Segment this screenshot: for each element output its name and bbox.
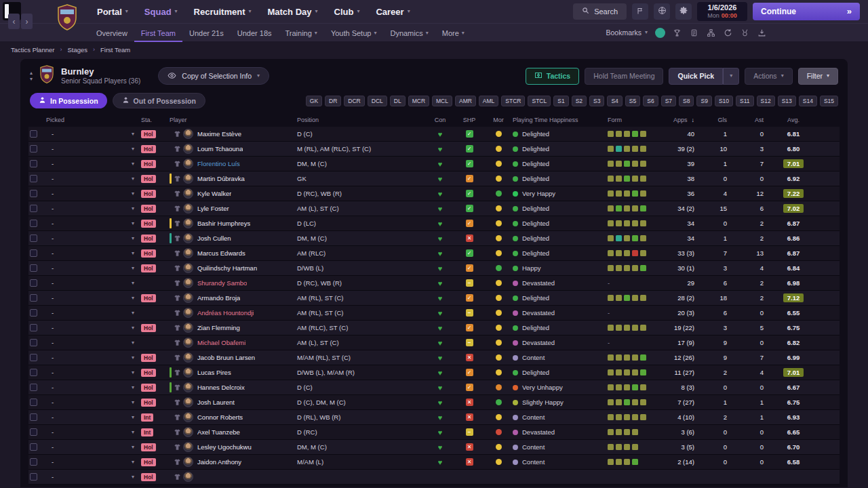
position-chip-s12[interactable]: S12 bbox=[757, 96, 775, 106]
tactics-button[interactable]: Tactics bbox=[526, 68, 579, 85]
row-checkbox[interactable] bbox=[30, 369, 37, 376]
row-checkbox[interactable] bbox=[30, 458, 37, 466]
table-row[interactable]: -▾ Shurandy Sambo D (RC), WB (R) ♥ − Dev… bbox=[28, 276, 840, 291]
row-checkbox[interactable] bbox=[30, 443, 37, 451]
table-row[interactable]: -▾ Andréas Hountondji AM (RL), ST (C) ♥ … bbox=[28, 306, 840, 321]
nav-recruitment[interactable]: Recruitment ▾ bbox=[186, 3, 259, 21]
picked-dropdown[interactable]: -▾ bbox=[46, 175, 141, 182]
picked-dropdown[interactable]: -▾ bbox=[46, 235, 141, 242]
player-name[interactable]: Maxime Estève bbox=[197, 130, 241, 138]
table-row[interactable]: -▾ Hol Lucas Pires D/WB (L), M/AM (R) ♥ … bbox=[28, 365, 840, 380]
picked-dropdown[interactable]: -▾ bbox=[46, 279, 141, 287]
picked-dropdown[interactable]: -▾ bbox=[46, 324, 141, 331]
player-name[interactable]: Zian Flemming bbox=[197, 324, 240, 331]
row-checkbox[interactable] bbox=[30, 160, 37, 167]
nav-match-day[interactable]: Match Day ▾ bbox=[260, 3, 325, 21]
column-header-position[interactable]: Position bbox=[297, 117, 426, 123]
player-name[interactable]: Jaidon Anthony bbox=[197, 458, 241, 466]
picked-dropdown[interactable]: -▾ bbox=[46, 220, 141, 227]
position-chip-s15[interactable]: S15 bbox=[820, 96, 838, 106]
position-chip-s7[interactable]: S7 bbox=[661, 96, 676, 106]
position-chip-stcl[interactable]: STCL bbox=[528, 96, 551, 106]
row-checkbox[interactable] bbox=[30, 279, 37, 287]
table-row[interactable]: -▾ Hol Hannes Delcroix D (C) ♥ ✓ Very Un… bbox=[28, 380, 840, 395]
player-name[interactable]: Jacob Bruun Larsen bbox=[197, 354, 255, 361]
position-chip-s4[interactable]: S4 bbox=[607, 96, 622, 106]
picked-dropdown[interactable]: -▾ bbox=[46, 294, 141, 302]
column-header-ast[interactable]: Ast bbox=[734, 117, 770, 123]
tab-overview[interactable]: Overview bbox=[90, 24, 134, 42]
tab-under-21s[interactable]: Under 21s bbox=[182, 24, 231, 42]
tab-more[interactable]: More▾ bbox=[435, 24, 471, 42]
column-header-apps[interactable]: Apps↓ bbox=[670, 117, 701, 123]
picked-dropdown[interactable]: -▾ bbox=[46, 369, 141, 376]
forward-button[interactable]: › bbox=[21, 14, 33, 29]
nav-portal[interactable]: Portal ▾ bbox=[90, 3, 136, 21]
squad-prev-icon[interactable]: ▴ bbox=[30, 70, 33, 76]
player-name[interactable]: Hannes Delcroix bbox=[197, 384, 245, 391]
player-name[interactable]: Michael Obafemi bbox=[197, 339, 245, 346]
position-chip-s2[interactable]: S2 bbox=[572, 96, 587, 106]
column-header-playing-time-happiness[interactable]: Playing Time Happiness bbox=[513, 117, 608, 123]
column-header-con[interactable]: Con bbox=[426, 117, 454, 123]
player-name[interactable]: Marcus Edwards bbox=[197, 249, 245, 257]
filter-button[interactable]: Filter ▾ bbox=[798, 68, 838, 85]
player-name[interactable]: Lyle Foster bbox=[197, 205, 229, 212]
column-header-player[interactable]: Player bbox=[170, 117, 297, 123]
trophy-icon[interactable] bbox=[671, 26, 683, 39]
quick-pick-dropdown[interactable]: ▾ bbox=[723, 68, 739, 85]
flag-button[interactable] bbox=[632, 3, 648, 20]
table-row[interactable]: -▾ Hol Bashir Humphreys D (LC) ♥ ✓ Delig… bbox=[28, 216, 840, 231]
column-header-avg[interactable]: Avg. bbox=[770, 117, 840, 123]
table-row[interactable]: -▾ Hol Marcus Edwards AM (RLC) ♥ ✓ Delig… bbox=[28, 246, 840, 261]
position-chip-dr[interactable]: DR bbox=[325, 96, 341, 106]
position-chip-s8[interactable]: S8 bbox=[679, 96, 694, 106]
position-chip-s5[interactable]: S5 bbox=[625, 96, 640, 106]
nav-career[interactable]: Career ▾ bbox=[368, 3, 417, 21]
picked-dropdown[interactable]: -▾ bbox=[46, 145, 141, 152]
hierarchy-icon[interactable] bbox=[705, 26, 717, 39]
position-chip-s9[interactable]: S9 bbox=[696, 96, 711, 106]
player-name[interactable]: Florentino Luís bbox=[197, 160, 240, 167]
player-name[interactable]: Kyle Walker bbox=[197, 190, 231, 197]
hold-team-meeting-button[interactable]: Hold Team Meeting bbox=[585, 68, 663, 85]
position-chip-stcr[interactable]: STCR bbox=[501, 96, 525, 106]
row-checkbox[interactable] bbox=[30, 190, 37, 197]
table-row[interactable]: -▾ Hol Jacob Bruun Larsen M/AM (RL), ST … bbox=[28, 350, 840, 365]
continue-button[interactable]: Continue » bbox=[753, 3, 860, 20]
column-header-gls[interactable]: Gls bbox=[701, 117, 734, 123]
player-name[interactable]: Quilindschy Hartman bbox=[197, 264, 257, 272]
tab-under-18s[interactable]: Under 18s bbox=[231, 24, 279, 42]
table-row[interactable]: -▾ Int Axel Tuanzebe D (RC) ♥ − Devastat… bbox=[28, 425, 840, 440]
player-name[interactable]: Josh Cullen bbox=[197, 235, 231, 242]
player-name[interactable]: Lucas Pires bbox=[197, 369, 231, 376]
table-row[interactable]: -▾ Hol Kyle Walker D (RC), WB (R) ♥ ✓ Ve… bbox=[28, 186, 840, 201]
table-row[interactable]: -▾ Hol Josh Laurent D (C), DM, M (C) ♥ ✕… bbox=[28, 395, 840, 410]
breadcrumb-tactics-planner[interactable]: Tactics Planner bbox=[11, 46, 54, 54]
row-checkbox[interactable] bbox=[30, 399, 37, 406]
position-chip-s3[interactable]: S3 bbox=[589, 96, 604, 106]
player-name[interactable]: Shurandy Sambo bbox=[197, 279, 247, 287]
picked-dropdown[interactable]: -▾ bbox=[46, 309, 141, 317]
table-row[interactable]: -▾ Hol Lyle Foster AM (L), ST (C) ♥ ✓ De… bbox=[28, 201, 840, 216]
player-name[interactable]: Axel Tuanzebe bbox=[197, 428, 240, 436]
position-chip-s1[interactable]: S1 bbox=[553, 96, 568, 106]
row-checkbox[interactable] bbox=[30, 354, 37, 361]
clipboard-icon[interactable] bbox=[688, 26, 700, 39]
back-button[interactable]: ‹ bbox=[8, 14, 20, 29]
player-name[interactable]: Connor Roberts bbox=[197, 413, 243, 421]
position-chip-aml[interactable]: AML bbox=[479, 96, 498, 106]
player-name[interactable]: Loum Tchaouna bbox=[197, 145, 243, 152]
position-chip-s11[interactable]: S11 bbox=[736, 96, 754, 106]
picked-dropdown[interactable]: -▾ bbox=[46, 249, 141, 257]
row-checkbox[interactable] bbox=[30, 235, 37, 242]
picked-dropdown[interactable]: -▾ bbox=[46, 413, 141, 421]
breadcrumb-stages[interactable]: Stages bbox=[67, 46, 87, 54]
picked-dropdown[interactable]: -▾ bbox=[46, 190, 141, 197]
row-checkbox[interactable] bbox=[30, 384, 37, 391]
player-name[interactable]: Martin Dúbravka bbox=[197, 175, 245, 182]
position-chip-s10[interactable]: S10 bbox=[715, 96, 733, 106]
language-button[interactable] bbox=[654, 3, 670, 20]
row-checkbox[interactable] bbox=[30, 220, 37, 227]
table-row[interactable]: -▾ Hol Martin Dúbravka GK ♥ ✓ Delighted … bbox=[28, 171, 840, 186]
